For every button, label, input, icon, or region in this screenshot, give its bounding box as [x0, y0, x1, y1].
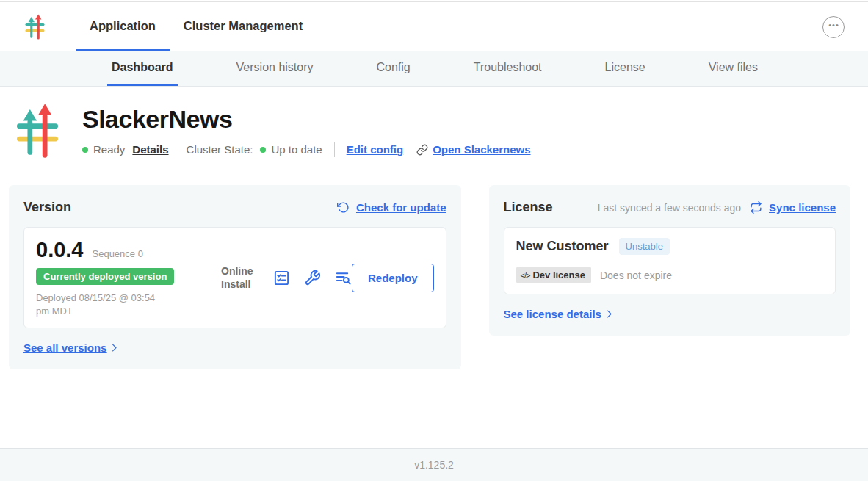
chevron-right-icon — [604, 308, 615, 319]
app-footer: v1.125.2 — [0, 448, 868, 481]
check-for-update-label: Check for update — [356, 201, 446, 214]
tab-cluster-management[interactable]: Cluster Management — [170, 2, 317, 51]
cluster-state-value: Up to date — [271, 143, 322, 156]
open-app-action[interactable]: Open Slackernews — [416, 143, 530, 156]
deployed-status-badge: Currently deployed version — [36, 268, 174, 285]
edit-config-icon-button[interactable] — [304, 270, 321, 286]
license-details-panel: New Customer Unstable </> Dev license Do… — [504, 227, 836, 294]
cluster-state-label: Cluster State: — [187, 143, 253, 156]
last-synced-text: Last synced a few seconds ago — [598, 202, 741, 214]
tab-application[interactable]: Application — [76, 2, 170, 51]
divider — [334, 142, 335, 157]
version-card: Version Check for update 0.0.4 Sequ — [9, 185, 461, 369]
see-license-details-link[interactable]: See license details — [504, 308, 615, 320]
license-expiration: Does not expire — [600, 270, 672, 281]
app-status-dot — [82, 147, 88, 153]
redeploy-button[interactable]: Redeploy — [352, 264, 434, 292]
license-card: License Last synced a few seconds ago Sy… — [489, 185, 850, 336]
see-license-details-label: See license details — [504, 308, 601, 320]
top-navbar: Application Cluster Management ••• — [0, 1, 868, 51]
open-app-link[interactable]: Open Slackernews — [433, 143, 530, 156]
sync-license-label: Sync license — [769, 201, 836, 214]
link-icon — [416, 144, 428, 156]
logs-search-icon — [335, 270, 352, 286]
deployed-timestamp: Deployed 08/15/25 @ 03:54 pm MDT — [36, 292, 162, 317]
subnav-item-troubleshoot[interactable]: Troubleshoot — [469, 51, 546, 86]
subnav-item-config[interactable]: Config — [372, 51, 415, 86]
version-card-title: Version — [23, 200, 71, 215]
subnav-item-version-history[interactable]: Version history — [232, 51, 318, 86]
refresh-icon — [337, 201, 350, 214]
preflight-checks-button[interactable] — [273, 270, 290, 286]
check-for-update-link[interactable]: Check for update — [337, 201, 446, 214]
app-status-row: Ready Details Cluster State: Up to date … — [82, 142, 531, 157]
app-subnav: Dashboard Version history Config Trouble… — [0, 51, 868, 87]
license-type-label: Dev license — [532, 270, 585, 281]
version-info: 0.0.4 Sequence 0 Currently deployed vers… — [36, 238, 203, 317]
code-icon: </> — [521, 271, 530, 280]
install-type-label: Online Install — [221, 264, 259, 291]
ellipsis-icon: ••• — [828, 21, 839, 29]
edit-config-link[interactable]: Edit config — [347, 143, 404, 156]
app-logo-icon — [16, 103, 59, 159]
license-card-title: License — [504, 200, 553, 215]
app-brand-logo-icon — [25, 14, 45, 40]
sync-license-link[interactable]: Sync license — [750, 201, 836, 214]
page-title: SlackerNews — [82, 105, 531, 134]
current-version-panel: 0.0.4 Sequence 0 Currently deployed vers… — [23, 227, 446, 328]
customer-name: New Customer — [516, 239, 609, 254]
console-version-label: v1.125.2 — [414, 459, 454, 471]
install-actions: Online Install — [221, 264, 352, 291]
app-header: SlackerNews Ready Details Cluster State:… — [16, 103, 850, 159]
sync-icon — [750, 201, 762, 214]
subnav-item-view-files[interactable]: View files — [704, 51, 762, 86]
channel-badge: Unstable — [619, 238, 670, 255]
dashboard-cards: Version Check for update 0.0.4 Sequ — [9, 185, 850, 369]
license-type-badge: </> Dev license — [516, 267, 591, 283]
subnav-item-license[interactable]: License — [601, 51, 650, 86]
see-all-versions-link[interactable]: See all versions — [23, 341, 120, 354]
app-status-label: Ready — [93, 143, 125, 156]
see-all-versions-label: See all versions — [23, 341, 106, 354]
wrench-gear-icon — [304, 270, 321, 286]
version-card-header: Version Check for update — [23, 200, 446, 215]
chevron-right-icon — [109, 342, 120, 353]
view-logs-button[interactable] — [335, 270, 352, 286]
cluster-state-dot — [260, 147, 266, 153]
checklist-icon — [273, 270, 290, 286]
more-menu-button[interactable]: ••• — [822, 16, 845, 38]
license-card-header: License Last synced a few seconds ago Sy… — [504, 200, 836, 215]
sequence-label: Sequence 0 — [93, 248, 143, 259]
dashboard-main: SlackerNews Ready Details Cluster State:… — [0, 87, 868, 448]
top-tabs: Application Cluster Management — [76, 2, 317, 51]
status-details-link[interactable]: Details — [132, 143, 168, 156]
version-number: 0.0.4 — [36, 238, 84, 262]
subnav-item-dashboard[interactable]: Dashboard — [107, 51, 178, 86]
